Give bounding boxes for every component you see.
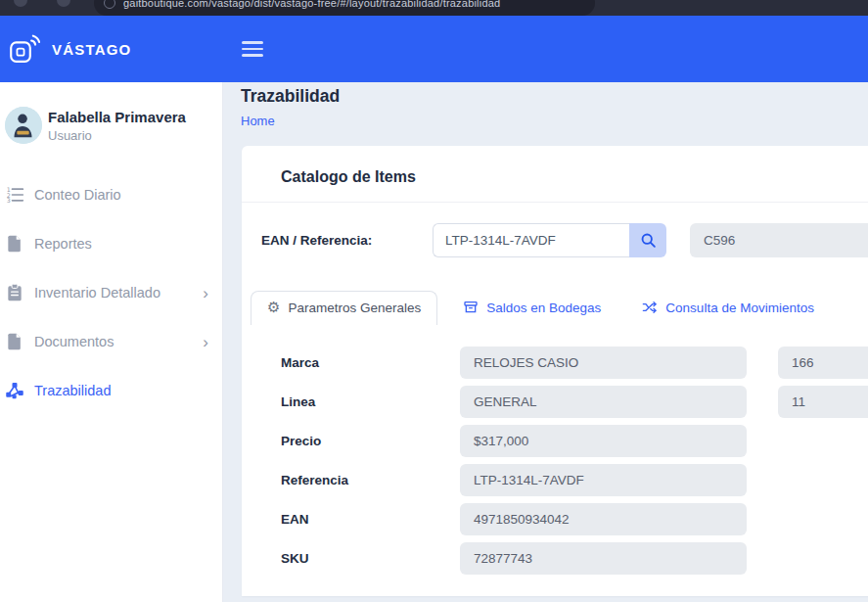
tabs: ⚙ Parametros Generales Saldos en Bodegas	[251, 291, 868, 325]
archive-icon	[463, 300, 479, 315]
ordered-list-icon: 1 2 3	[5, 185, 24, 205]
field-label: Precio	[281, 434, 460, 448]
chevron-right-icon: ›	[203, 285, 208, 301]
search-button[interactable]	[629, 223, 666, 257]
field-row-linea: Linea GENERAL 11	[242, 386, 868, 418]
sidebar-item-label: Trazabilidad	[34, 383, 208, 398]
field-value: RELOJES CASIO	[460, 347, 747, 379]
field-row-precio: Precio $317,000	[242, 425, 868, 457]
ean-search-row: EAN / Referencia: C596	[242, 223, 868, 257]
sidebar-item-conteo-diario[interactable]: 1 2 3 Conteo Diario	[0, 170, 222, 219]
browser-reload-icon[interactable]	[57, 0, 70, 7]
sidebar-item-label: Reportes	[34, 236, 208, 252]
svg-text:3: 3	[7, 197, 11, 204]
main-content: Trazabilidad Home Catalogo de Items EAN …	[223, 82, 868, 602]
field-label: Linea	[281, 394, 460, 409]
sidebar-item-inventario-detallado[interactable]: Inventario Detallado ›	[0, 268, 222, 317]
hamburger-icon[interactable]	[242, 41, 263, 57]
scan-box-icon	[9, 33, 40, 65]
ean-referencia-label: EAN / Referencia:	[261, 233, 433, 248]
sidebar-item-label: Conteo Diario	[34, 187, 208, 203]
gear-icon: ⚙	[267, 301, 280, 315]
item-detail-form: Marca RELOJES CASIO 166 Linea GENERAL 11…	[242, 347, 868, 575]
field-value: LTP-1314L-7AVDF	[460, 464, 747, 496]
sidebar-item-label: Documentos	[34, 334, 203, 349]
file-icon	[5, 234, 24, 254]
browser-toolbar: gaitboutique.com/vastago/dist/vastago-fr…	[0, 0, 868, 16]
field-row-ean: EAN 4971850934042	[242, 503, 868, 535]
user-role: Usuario	[48, 128, 186, 143]
address-bar[interactable]: gaitboutique.com/vastago/dist/vastago-fr…	[94, 0, 595, 16]
sidebar-item-label: Inventario Detallado	[34, 285, 203, 301]
tab-label: Parametros Generales	[288, 301, 421, 315]
field-extra-value: 11	[778, 386, 868, 418]
brand-name: VÁSTAGO	[52, 41, 131, 58]
app-header: VÁSTAGO	[0, 16, 868, 82]
avatar	[5, 107, 42, 144]
brand[interactable]: VÁSTAGO	[0, 33, 223, 65]
item-code-field: C596	[690, 223, 868, 257]
shuffle-icon	[642, 300, 658, 315]
field-value: $317,000	[460, 425, 747, 457]
file-icon	[5, 332, 24, 351]
field-extra-value: 166	[778, 347, 868, 379]
user-name: Falabella Primavera	[48, 109, 186, 125]
chevron-right-icon: ›	[203, 334, 208, 350]
tab-label: Saldos en Bodegas	[486, 301, 601, 315]
breadcrumb-home-link[interactable]: Home	[241, 114, 275, 128]
sidebar: Falabella Primavera Usuario 1 2 3 Conteo…	[0, 82, 223, 602]
sidebar-item-trazabilidad[interactable]: Trazabilidad	[0, 366, 222, 415]
field-row-referencia: Referencia LTP-1314L-7AVDF	[242, 464, 868, 496]
sidebar-item-reportes[interactable]: Reportes	[0, 219, 222, 268]
browser-back-icon[interactable]	[14, 0, 27, 7]
clipboard-icon	[5, 283, 24, 302]
tab-label: Consulta de Movimientos	[665, 301, 814, 315]
ean-referencia-input[interactable]	[433, 223, 629, 257]
tab-parametros-generales[interactable]: ⚙ Parametros Generales	[251, 291, 437, 325]
field-label: SKU	[281, 551, 460, 566]
site-info-icon[interactable]	[104, 0, 115, 9]
search-icon	[640, 232, 657, 249]
field-value: 72877743	[460, 542, 747, 575]
url-text[interactable]: gaitboutique.com/vastago/dist/vastago-fr…	[123, 0, 500, 9]
user-block[interactable]: Falabella Primavera Usuario	[0, 82, 222, 144]
field-value: GENERAL	[460, 386, 747, 418]
field-label: Referencia	[281, 473, 460, 487]
field-label: EAN	[281, 512, 460, 527]
field-row-sku: SKU 72877743	[242, 542, 868, 575]
sidebar-menu: 1 2 3 Conteo Diario Reportes	[0, 170, 222, 415]
tab-saldos-en-bodegas[interactable]: Saldos en Bodegas	[447, 291, 617, 325]
field-row-marca: Marca RELOJES CASIO 166	[242, 347, 868, 379]
field-label: Marca	[281, 355, 460, 370]
network-nodes-icon	[5, 381, 24, 400]
sidebar-item-documentos[interactable]: Documentos ›	[0, 317, 222, 366]
catalog-card: Catalogo de Items EAN / Referencia: C596…	[242, 146, 868, 596]
app-screen: gaitboutique.com/vastago/dist/vastago-fr…	[0, 0, 868, 602]
tab-consulta-de-movimientos[interactable]: Consulta de Movimientos	[626, 291, 830, 325]
page-title: Trazabilidad	[241, 86, 868, 107]
field-value: 4971850934042	[460, 503, 747, 535]
card-title: Catalogo de Items	[242, 146, 868, 203]
